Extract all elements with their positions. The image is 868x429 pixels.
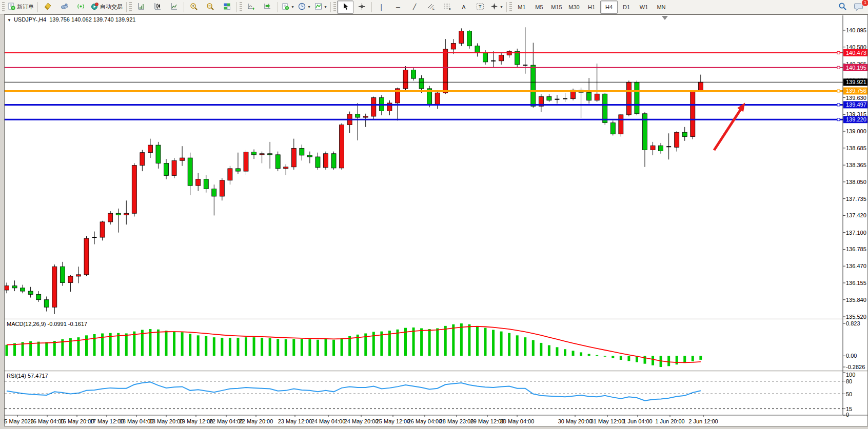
svg-text:50: 50: [846, 391, 852, 397]
candle-chart-button[interactable]: [149, 1, 166, 14]
svg-text:140.195: 140.195: [846, 65, 866, 71]
text-label-button[interactable]: T: [472, 1, 488, 14]
timeframe-button-M30[interactable]: M30: [565, 1, 583, 14]
timeframe-button-M1[interactable]: M1: [513, 1, 530, 14]
autotrade-icon: [91, 3, 98, 11]
rsi-name: RSI(14): [7, 373, 26, 379]
crosshair-button[interactable]: [353, 1, 370, 14]
cloud-button[interactable]: [56, 1, 72, 14]
svg-text:23 May 12:00: 23 May 12:00: [278, 418, 312, 424]
svg-text:138.365: 138.365: [846, 162, 866, 168]
trendline-button[interactable]: ╱: [406, 1, 423, 14]
new-order-button[interactable]: 新订单: [6, 1, 36, 14]
chart-canvas[interactable]: 140.895140.580140.265139.950139.630139.3…: [4, 14, 868, 426]
svg-text:F: F: [449, 8, 451, 11]
autoscroll-button[interactable]: [243, 1, 260, 14]
svg-text:30 May 04:00: 30 May 04:00: [500, 418, 535, 424]
chat-button[interactable]: 1: [851, 1, 867, 14]
svg-text:80: 80: [846, 378, 852, 384]
autotrade-button[interactable]: 自动交易: [89, 1, 125, 14]
bar-chart-icon: [137, 3, 145, 11]
chevron-down-icon: ▾: [324, 5, 326, 9]
brush-icon: [44, 3, 52, 11]
search-button[interactable]: [834, 1, 851, 14]
bar-chart-button[interactable]: [133, 1, 149, 14]
notification-badge: 1: [861, 0, 868, 7]
svg-text:139.497: 139.497: [846, 101, 866, 108]
signal-icon: [77, 3, 85, 11]
tile-windows-button[interactable]: [219, 1, 235, 14]
rsi-indicator-label: RSI(14) 57.4717: [7, 373, 48, 379]
new-order-icon: [8, 3, 15, 11]
timeframe-button-H4[interactable]: H4: [600, 1, 618, 14]
toolbar-grip[interactable]: [333, 2, 336, 12]
channel-icon: E: [427, 3, 435, 11]
zoom-out-icon: [206, 3, 214, 12]
text-button[interactable]: A: [456, 1, 472, 14]
svg-text:137.420: 137.420: [846, 212, 866, 218]
svg-text:1 Jun 04:00: 1 Jun 04:00: [623, 418, 653, 424]
fibonacci-icon: F: [443, 3, 451, 11]
tile-windows-icon: [223, 3, 231, 11]
signal-button[interactable]: [72, 1, 89, 14]
arrows-button[interactable]: ▾: [488, 1, 505, 14]
brush-button[interactable]: [40, 1, 56, 14]
cursor-button[interactable]: [337, 1, 353, 14]
timeframe-button-M15[interactable]: M15: [548, 1, 565, 14]
text-label-icon: T: [476, 3, 484, 11]
cursor-icon: [342, 3, 349, 11]
timeframe-button-W1[interactable]: W1: [635, 1, 653, 14]
symbol-dropdown-icon[interactable]: ▼: [7, 18, 11, 23]
zoom-in-button[interactable]: [186, 1, 202, 14]
autoscroll-icon: [247, 3, 255, 11]
svg-text:16 May 20:00: 16 May 20:00: [60, 418, 94, 424]
chart-shift-icon: [264, 3, 272, 11]
timeframe-button-MN[interactable]: MN: [653, 1, 670, 14]
vertical-line-button[interactable]: │: [373, 1, 390, 14]
toolbar-grip[interactable]: [509, 2, 512, 12]
zoom-out-button[interactable]: [202, 1, 219, 14]
trendline-icon: ╱: [413, 4, 417, 10]
svg-text:28 May 23:00: 28 May 23:00: [440, 418, 474, 424]
chart-title: ▼USDJPY-,H4 139.756 140.062 139.740 139.…: [7, 16, 135, 23]
template-button[interactable]: ▾: [280, 1, 296, 14]
vertical-line-icon: │: [380, 4, 384, 10]
svg-text:0.823: 0.823: [846, 320, 860, 326]
svg-text:139.921: 139.921: [846, 79, 866, 85]
channel-button[interactable]: E: [423, 1, 439, 14]
chevron-down-icon: ▾: [308, 5, 310, 9]
toolbar-grip[interactable]: [240, 2, 242, 12]
indicators-button[interactable]: ▾: [312, 1, 329, 14]
svg-text:15: 15: [846, 406, 852, 412]
timeframe-button-D1[interactable]: D1: [618, 1, 635, 14]
svg-text:135.520: 135.520: [846, 314, 866, 320]
svg-text:15 May 2023: 15 May 2023: [4, 418, 34, 424]
macd-values: -0.0991 -0.1617: [47, 321, 87, 327]
svg-text:-0.2826: -0.2826: [846, 364, 865, 370]
svg-text:16 May 04:00: 16 May 04:00: [30, 418, 65, 424]
svg-text:E: E: [432, 7, 435, 10]
toolbar: 新订单 自动交易 ▾ ▾ ▾ │ ─ ╱ E F A T ▾ M1M5M15M3…: [0, 0, 868, 14]
timeframe-button-H1[interactable]: H1: [583, 1, 600, 14]
svg-text:139.000: 139.000: [846, 128, 866, 134]
chart-shift-button[interactable]: [260, 1, 276, 14]
svg-text:18 May 04:00: 18 May 04:00: [120, 418, 154, 424]
arrows-icon: [490, 3, 498, 11]
line-chart-icon: [170, 3, 178, 11]
horizontal-line-button[interactable]: ─: [390, 1, 406, 14]
svg-text:140.473: 140.473: [846, 50, 866, 56]
svg-text:1 Jun 20:00: 1 Jun 20:00: [655, 418, 685, 424]
autotrade-label: 自动交易: [100, 3, 123, 11]
toolbar-grip[interactable]: [2, 2, 5, 12]
line-chart-button[interactable]: [166, 1, 182, 14]
chevron-down-icon: ▾: [291, 5, 293, 9]
timeframe-button-M5[interactable]: M5: [530, 1, 548, 14]
svg-text:T: T: [479, 4, 482, 9]
svg-text:138.685: 138.685: [846, 145, 866, 151]
svg-text:136.470: 136.470: [846, 263, 866, 269]
toolbar-grip[interactable]: [129, 2, 132, 12]
new-order-label: 新订单: [17, 3, 34, 11]
fibonacci-button[interactable]: F: [439, 1, 456, 14]
crosshair-icon: [358, 3, 366, 11]
period-button[interactable]: ▾: [296, 1, 312, 14]
